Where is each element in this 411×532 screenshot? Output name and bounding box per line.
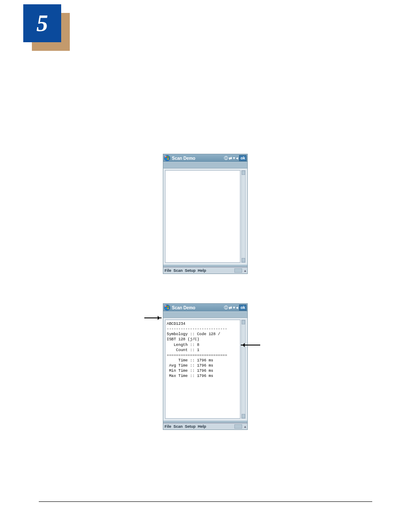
windows-start-icon[interactable] xyxy=(164,305,170,311)
scan-output-pane: ABCD1234 -------------------------- Symb… xyxy=(165,320,240,419)
vertical-scrollbar[interactable] xyxy=(241,320,246,419)
volume-icon[interactable]: ◂ xyxy=(236,305,238,310)
menu-setup[interactable]: Setup xyxy=(185,424,196,429)
menu-file[interactable]: File xyxy=(165,424,171,429)
svg-rect-6 xyxy=(165,308,167,309)
status-icons: ⓘ ⇄ ▾ ◂ xyxy=(224,156,238,161)
svg-rect-0 xyxy=(165,156,167,158)
svg-rect-7 xyxy=(168,308,169,309)
volume-icon[interactable]: ◂ xyxy=(236,156,238,160)
content-area xyxy=(163,168,247,264)
info-icon[interactable]: ⓘ xyxy=(224,305,228,311)
scroll-up-button[interactable] xyxy=(242,320,245,324)
subbar xyxy=(163,311,247,318)
svg-rect-2 xyxy=(165,159,167,160)
scan-output-pane xyxy=(165,170,240,263)
connectivity-icon[interactable]: ⇄ xyxy=(229,156,232,160)
titlebar: Scan Demo ⓘ ⇄ ▾ ◂ ok xyxy=(163,154,247,162)
callout-arrow-left xyxy=(144,317,162,318)
footer-rule xyxy=(39,501,372,502)
ok-button[interactable]: ok xyxy=(239,155,246,161)
callout-arrow-right xyxy=(241,345,260,345)
device-screenshot-1: Scan Demo ⓘ ⇄ ▾ ◂ ok File Scan Setup Hel… xyxy=(163,154,247,274)
menu-scan[interactable]: Scan xyxy=(174,268,183,273)
connectivity-icon[interactable]: ⇄ xyxy=(229,305,232,310)
scroll-down-button[interactable] xyxy=(242,258,245,262)
menu-setup[interactable]: Setup xyxy=(185,268,196,273)
device-screenshot-2: Scan Demo ⓘ ⇄ ▾ ◂ ok ABCD1234 ----------… xyxy=(163,304,247,429)
keyboard-icon[interactable] xyxy=(234,424,242,429)
scroll-up-button[interactable] xyxy=(242,171,245,175)
vertical-scrollbar[interactable] xyxy=(241,170,246,263)
menu-bar: File Scan Setup Help ▴ xyxy=(163,423,247,429)
svg-rect-3 xyxy=(168,159,169,160)
signal-icon[interactable]: ▾ xyxy=(233,305,235,310)
sip-arrow-icon[interactable]: ▴ xyxy=(244,269,246,273)
menu-scan[interactable]: Scan xyxy=(174,424,183,429)
scroll-down-button[interactable] xyxy=(242,414,245,418)
window-title: Scan Demo xyxy=(172,305,224,310)
keyboard-icon[interactable] xyxy=(234,268,242,273)
menu-help[interactable]: Help xyxy=(198,424,206,429)
chapter-number: 5 xyxy=(37,10,48,37)
content-area: ABCD1234 -------------------------- Symb… xyxy=(163,318,247,420)
titlebar: Scan Demo ⓘ ⇄ ▾ ◂ ok xyxy=(163,304,247,311)
window-title: Scan Demo xyxy=(172,156,224,161)
sip-arrow-icon[interactable]: ▴ xyxy=(244,425,246,429)
signal-icon[interactable]: ▾ xyxy=(233,156,235,160)
svg-rect-4 xyxy=(165,306,167,307)
svg-rect-1 xyxy=(168,156,169,158)
ok-button[interactable]: ok xyxy=(239,305,246,311)
menu-file[interactable]: File xyxy=(165,268,171,273)
windows-start-icon[interactable] xyxy=(164,155,170,161)
chapter-badge: 5 xyxy=(23,4,61,42)
info-icon[interactable]: ⓘ xyxy=(224,156,228,161)
svg-rect-5 xyxy=(168,306,169,307)
menu-help[interactable]: Help xyxy=(198,268,206,273)
status-icons: ⓘ ⇄ ▾ ◂ xyxy=(224,305,238,311)
subbar xyxy=(163,162,247,168)
menu-bar: File Scan Setup Help ▴ xyxy=(163,267,247,274)
